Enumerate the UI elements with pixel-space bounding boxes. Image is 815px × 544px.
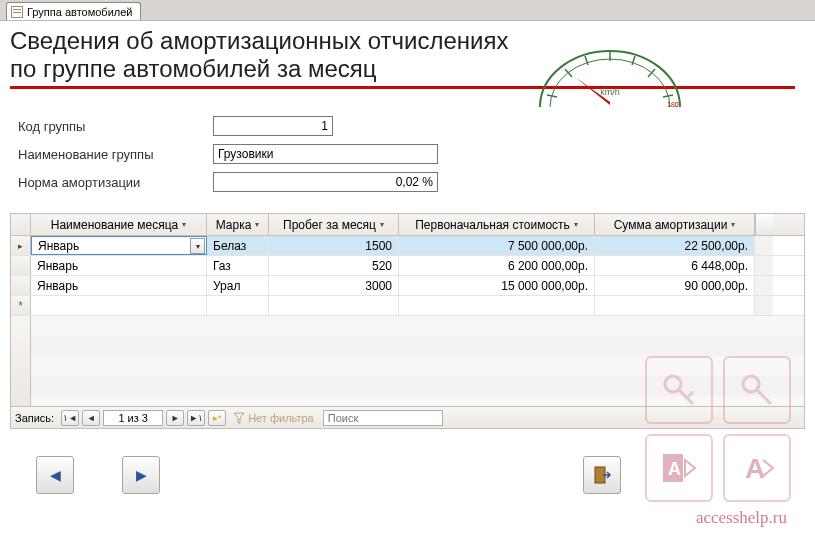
row-selector[interactable]: ▸ [11,236,31,255]
label-group-name: Наименование группы [18,147,213,162]
input-group-code[interactable] [213,116,333,136]
col-month[interactable]: Наименование месяца▾ [31,214,207,235]
svg-text:A: A [668,459,681,479]
new-row[interactable] [11,296,804,316]
access-a-icon: A [723,434,791,502]
svg-point-14 [743,376,759,392]
grid-rows: ▸ Январь▾ Белаз 1500 7 500 000,00р. 22 5… [11,236,804,316]
cell-cost[interactable]: 15 000 000,00р. [399,276,595,295]
table-row[interactable]: ▸ Январь▾ Белаз 1500 7 500 000,00р. 22 5… [11,236,804,256]
select-all-cell[interactable] [11,214,31,235]
chevron-down-icon: ▾ [255,220,259,229]
nav-new-button[interactable]: ▸* [208,410,226,426]
table-row[interactable]: Январь Газ 520 6 200 000,00р. 6 448,00р. [11,256,804,276]
record-label: Запись: [15,412,54,424]
tab-group-auto[interactable]: Группа автомобилей [6,2,141,20]
svg-line-13 [687,392,693,398]
row-selector[interactable] [11,276,31,295]
label-amort-rate: Норма амортизации [18,175,213,190]
search-input[interactable] [323,410,443,426]
col-mileage[interactable]: Пробег за месяц▾ [269,214,399,235]
form-icon [11,6,23,18]
cell-amort[interactable]: 22 500,00р. [595,236,755,255]
access-a-icon: A [645,434,713,502]
col-amort[interactable]: Сумма амортизации▾ [595,214,755,235]
label-group-code: Код группы [18,119,213,134]
speedometer-icon: km/h 180 [535,47,685,113]
close-form-button[interactable] [583,456,621,494]
svg-line-3 [547,95,557,97]
chevron-down-icon: ▾ [380,220,384,229]
svg-text:A: A [745,453,765,484]
col-cost[interactable]: Первоначальная стоимость▾ [399,214,595,235]
svg-point-11 [665,376,681,392]
cell-brand[interactable]: Урал [207,276,269,295]
header-area: Сведения об амортизационных отчислениях … [0,21,815,82]
row-selector[interactable] [11,256,31,275]
tab-bar: Группа автомобилей [0,0,815,20]
filter-indicator[interactable]: Нет фильтра [233,412,314,424]
cell-amort[interactable]: 6 448,00р. [595,256,755,275]
table-row[interactable]: Январь Урал 3000 15 000 000,00р. 90 000,… [11,276,804,296]
watermark-icons: A A [645,356,791,502]
prev-record-button[interactable]: ◀ [36,456,74,494]
input-group-name[interactable] [213,144,438,164]
nav-last-button[interactable]: ►١ [187,410,205,426]
cell-mileage[interactable]: 1500 [269,236,399,255]
col-brand[interactable]: Марка▾ [207,214,269,235]
chevron-down-icon: ▾ [574,220,578,229]
cell-brand[interactable]: Белаз [207,236,269,255]
svg-line-5 [585,56,588,65]
svg-line-6 [632,56,635,65]
scroll-up-button[interactable] [755,214,773,235]
door-exit-icon [592,465,612,485]
cell-mileage[interactable]: 520 [269,256,399,275]
form-nav-buttons: ◀ ▶ [36,456,160,494]
cell-cost[interactable]: 6 200 000,00р. [399,256,595,275]
row-selector-new[interactable] [11,296,31,315]
svg-line-15 [757,390,771,404]
chevron-down-icon: ▾ [731,220,735,229]
svg-text:180: 180 [667,101,679,108]
cell-amort[interactable]: 90 000,00р. [595,276,755,295]
chevron-down-icon: ▾ [182,220,186,229]
svg-line-4 [663,95,673,97]
grid-header: Наименование месяца▾ Марка▾ Пробег за ме… [11,214,804,236]
nav-first-button[interactable]: ١◄ [61,410,79,426]
funnel-icon [233,412,245,424]
cell-month[interactable]: Январь▾ [31,236,207,255]
cell-cost[interactable]: 7 500 000,00р. [399,236,595,255]
nav-prev-button[interactable]: ◄ [82,410,100,426]
watermark-text: accesshelp.ru [696,508,787,528]
cell-month[interactable]: Январь [31,276,207,295]
tab-label: Группа автомобилей [27,6,132,18]
key-icon [645,356,713,424]
next-record-button[interactable]: ▶ [122,456,160,494]
page-title: Сведения об амортизационных отчислениях … [10,27,530,82]
input-amort-rate[interactable] [213,172,438,192]
key-icon [723,356,791,424]
field-block: Код группы Наименование группы Норма амо… [0,89,815,213]
cell-brand[interactable]: Газ [207,256,269,275]
nav-next-button[interactable]: ► [166,410,184,426]
dropdown-button[interactable]: ▾ [190,238,205,254]
cell-mileage[interactable]: 3000 [269,276,399,295]
record-position-input[interactable] [103,410,163,426]
svg-text:km/h: km/h [600,87,620,97]
cell-month[interactable]: Январь [31,256,207,275]
